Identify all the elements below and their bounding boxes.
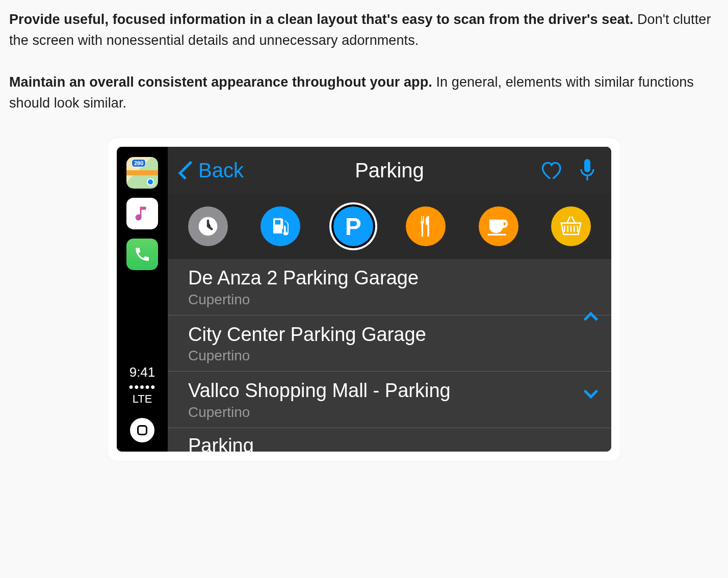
favorite-button[interactable] bbox=[539, 160, 561, 180]
result-title: City Center Parking Garage bbox=[188, 323, 591, 347]
chevron-left-icon bbox=[178, 161, 197, 180]
chevron-down-icon bbox=[584, 384, 598, 399]
network-label: LTE bbox=[128, 392, 155, 406]
signal-strength-icon: ●●●●● bbox=[128, 382, 155, 391]
home-icon bbox=[137, 425, 147, 435]
gas-pump-icon bbox=[270, 216, 291, 237]
phone-handset-icon bbox=[134, 246, 151, 263]
guideline-paragraph-1: Provide useful, focused information in a… bbox=[9, 9, 713, 50]
guideline-2-bold: Maintain an overall consistent appearanc… bbox=[9, 74, 432, 90]
coffee-cup-icon bbox=[487, 217, 510, 236]
guideline-1-bold: Provide useful, focused information in a… bbox=[9, 12, 633, 27]
navbar-actions bbox=[539, 158, 596, 182]
status-block: 9:41 ●●●●● LTE bbox=[128, 364, 155, 406]
category-shopping-button[interactable] bbox=[551, 206, 591, 246]
result-subtitle: Cupertino bbox=[188, 404, 591, 421]
category-gas-button[interactable] bbox=[261, 206, 300, 246]
home-button[interactable] bbox=[130, 418, 154, 442]
parking-icon: P bbox=[345, 213, 361, 241]
guideline-paragraph-2: Maintain an overall consistent appearanc… bbox=[9, 72, 713, 113]
heart-icon bbox=[539, 160, 561, 180]
carplay-screen: 9:41 ●●●●● LTE Back Parking bbox=[117, 147, 611, 452]
carplay-sidebar: 9:41 ●●●●● LTE bbox=[117, 147, 168, 452]
location-dot-icon bbox=[147, 178, 154, 186]
voice-button[interactable] bbox=[579, 158, 596, 182]
chevron-up-icon bbox=[584, 312, 598, 326]
list-item[interactable]: Vallco Shopping Mall - Parking Cupertino bbox=[168, 372, 611, 428]
category-coffee-button[interactable] bbox=[479, 206, 518, 246]
category-recent-button[interactable] bbox=[188, 206, 228, 246]
scroll-down-button[interactable] bbox=[581, 381, 601, 402]
status-time: 9:41 bbox=[128, 364, 155, 380]
navbar: Back Parking bbox=[168, 147, 611, 194]
result-subtitle: Cupertino bbox=[188, 348, 591, 364]
clock-icon bbox=[197, 215, 219, 238]
fork-knife-icon bbox=[415, 215, 436, 238]
maps-app-icon[interactable] bbox=[126, 157, 158, 189]
list-item[interactable]: De Anza 2 Parking Garage Cupertino bbox=[168, 259, 611, 316]
music-note-icon bbox=[133, 204, 151, 223]
back-label: Back bbox=[198, 159, 244, 182]
music-app-icon[interactable] bbox=[126, 198, 158, 229]
phone-app-icon[interactable] bbox=[126, 239, 158, 270]
list-item[interactable]: City Center Parking Garage Cupertino bbox=[168, 316, 611, 372]
category-parking-button[interactable]: P bbox=[333, 206, 373, 246]
scroll-up-button[interactable] bbox=[581, 309, 601, 329]
back-button[interactable]: Back bbox=[183, 159, 244, 182]
carplay-screenshot-frame: 9:41 ●●●●● LTE Back Parking bbox=[108, 138, 620, 461]
result-subtitle: Cupertino bbox=[188, 292, 591, 308]
svg-rect-0 bbox=[584, 159, 590, 172]
carplay-main: Back Parking bbox=[168, 147, 611, 452]
page-title: Parking bbox=[355, 159, 424, 182]
result-title: De Anza 2 Parking Garage bbox=[188, 266, 591, 291]
shopping-basket-icon bbox=[559, 216, 583, 237]
results-list[interactable]: De Anza 2 Parking Garage Cupertino City … bbox=[168, 259, 611, 452]
category-food-button[interactable] bbox=[406, 206, 446, 246]
list-item-partial[interactable]: Parking bbox=[168, 428, 611, 452]
microphone-icon bbox=[579, 158, 596, 182]
category-row: P bbox=[168, 194, 611, 259]
result-title: Vallco Shopping Mall - Parking bbox=[188, 379, 591, 403]
